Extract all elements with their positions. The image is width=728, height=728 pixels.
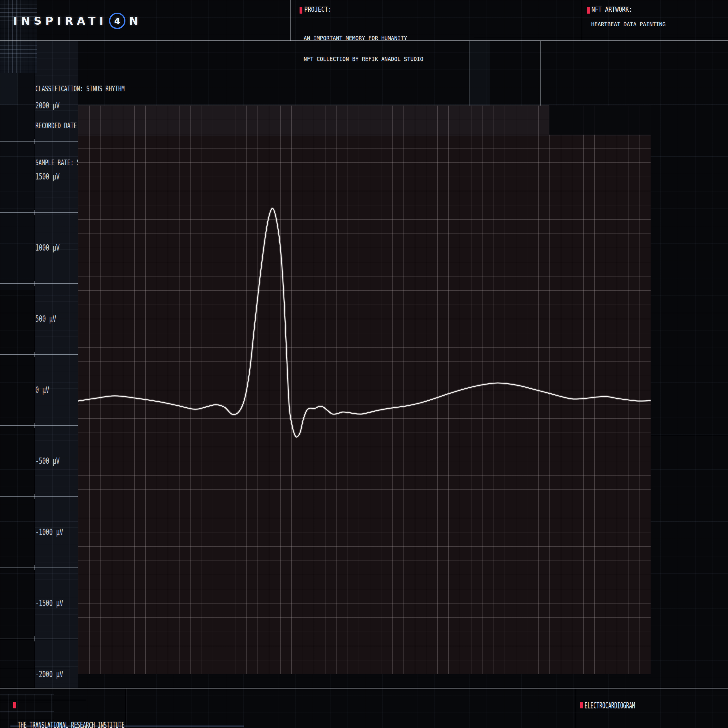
- y-axis-tick: [0, 639, 78, 639]
- y-axis-tick-cross: [34, 423, 35, 428]
- header-separator-artwork: [582, 0, 582, 41]
- y-axis-tick-cross: [34, 210, 35, 215]
- y-axis-label: 0 μV: [35, 384, 49, 396]
- trish-red-marker: [13, 702, 16, 708]
- artwork-red-marker: [587, 7, 590, 14]
- logo-number: 4: [114, 16, 120, 26]
- left-column-panel: [0, 41, 35, 291]
- logo-text-before: INSPIRATI: [13, 15, 107, 27]
- y-axis-tick-cross: [34, 281, 35, 286]
- upper-right-panel: [469, 41, 490, 106]
- y-axis-tick: [0, 425, 78, 426]
- project-line-2: NFT COLLECTION BY REFIK ANADOL STUDIO: [304, 56, 424, 63]
- background-vline-2: [469, 41, 470, 106]
- logo-text-after: N: [129, 15, 142, 27]
- background-hline-2: [651, 413, 728, 413]
- project-red-marker: [300, 7, 302, 14]
- y-axis-tick-cross: [34, 494, 35, 499]
- y-axis-tick: [0, 212, 78, 213]
- footer-separator-left: [126, 688, 126, 728]
- y-axis-tick-cross: [34, 139, 35, 144]
- ecg-plot-area: [78, 106, 651, 674]
- logo-number-circle: 4: [109, 13, 125, 29]
- footer-separator-right: [576, 688, 577, 728]
- y-axis-label: -500 μV: [35, 455, 60, 467]
- project-line-1: AN IMPORTANT MEMORY FOR HUMANITY: [304, 35, 424, 42]
- background-hline-1: [474, 37, 728, 37]
- y-axis-tick-cross: [34, 352, 35, 357]
- y-axis-tick: [0, 567, 78, 568]
- y-axis-label: 1500 μV: [35, 171, 60, 183]
- background-hline-5: [0, 700, 86, 700]
- ecg-red-marker: [580, 702, 583, 708]
- artwork-canvas: { "header": { "logo": { "text_before": "…: [0, 0, 728, 728]
- y-axis-label: -1500 μV: [35, 597, 63, 609]
- y-axis-label: 1000 μV: [35, 242, 60, 254]
- classification-text: CLASSIFICATION: SINUS RHYTHM: [35, 83, 163, 95]
- y-axis-tick-cross: [34, 636, 35, 641]
- y-axis-label: -2000 μV: [35, 668, 63, 680]
- inspiration4-logo: INSPIRATI 4 N: [13, 13, 142, 29]
- y-axis-tick: [0, 283, 78, 284]
- ecg-waveform-svg: [78, 106, 651, 674]
- ecg-waveform-line: [78, 208, 651, 437]
- y-axis-label: -1000 μV: [35, 526, 63, 538]
- project-label: PROJECT:: [304, 6, 332, 13]
- y-axis-tick-cross: [34, 565, 35, 570]
- y-axis-tick: [0, 141, 78, 142]
- y-axis-label: 500 μV: [35, 313, 56, 325]
- header-separator-project: [291, 0, 291, 41]
- electrocardiogram-label: ELECTROCARDIOGRAM: [584, 701, 635, 711]
- artwork-label: NFT ARTWORK:: [592, 6, 632, 13]
- y-axis-tick: [0, 496, 78, 497]
- background-hline-3: [651, 436, 728, 436]
- trish-line-1: THE TRANSLATIONAL RESEARCH INSTITUTE: [18, 720, 124, 728]
- y-axis-label: 2000 μV: [35, 99, 60, 112]
- y-axis-tick: [0, 354, 78, 355]
- project-description: AN IMPORTANT MEMORY FOR HUMANITY NFT COL…: [304, 21, 424, 69]
- trish-credit: THE TRANSLATIONAL RESEARCH INSTITUTE FOR…: [18, 701, 124, 728]
- footer-divider-line: [0, 688, 728, 688]
- artwork-title: HEARTBEAT DATA PAINTING: [591, 21, 665, 28]
- background-vline-1: [540, 41, 541, 106]
